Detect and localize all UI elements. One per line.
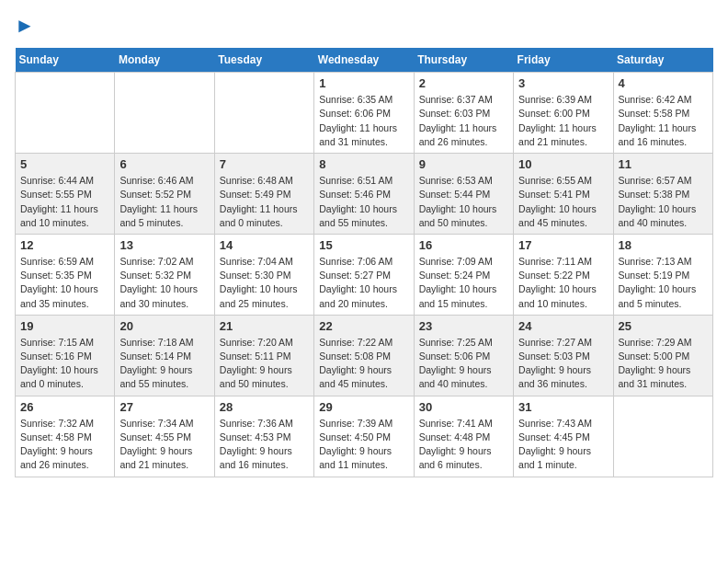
calendar-table: SundayMondayTuesdayWednesdayThursdayFrid…: [15, 48, 713, 477]
calendar-cell: [214, 73, 313, 154]
calendar-cell: 16Sunrise: 7:09 AM Sunset: 5:24 PM Dayli…: [414, 234, 513, 315]
calendar-cell: 27Sunrise: 7:34 AM Sunset: 4:55 PM Dayli…: [115, 396, 214, 477]
day-number: 1: [319, 76, 408, 90]
calendar-cell: 29Sunrise: 7:39 AM Sunset: 4:50 PM Dayli…: [314, 396, 414, 477]
day-number: 3: [518, 76, 608, 90]
calendar-cell: 22Sunrise: 7:22 AM Sunset: 5:08 PM Dayli…: [314, 315, 414, 396]
day-number: 5: [20, 157, 109, 171]
day-info: Sunrise: 6:37 AM Sunset: 6:03 PM Dayligh…: [419, 93, 508, 149]
calendar-cell: 26Sunrise: 7:32 AM Sunset: 4:58 PM Dayli…: [16, 396, 115, 477]
day-number: 21: [220, 319, 309, 333]
day-info: Sunrise: 7:41 AM Sunset: 4:48 PM Dayligh…: [419, 417, 508, 473]
day-number: 28: [220, 400, 309, 414]
day-info: Sunrise: 7:39 AM Sunset: 4:50 PM Dayligh…: [319, 417, 408, 473]
calendar-cell: 18Sunrise: 7:13 AM Sunset: 5:19 PM Dayli…: [613, 234, 712, 315]
day-info: Sunrise: 7:43 AM Sunset: 4:45 PM Dayligh…: [518, 417, 608, 473]
calendar-cell: [115, 73, 214, 154]
day-info: Sunrise: 7:27 AM Sunset: 5:03 PM Dayligh…: [518, 336, 608, 392]
day-number: 10: [518, 157, 608, 171]
day-info: Sunrise: 7:11 AM Sunset: 5:22 PM Dayligh…: [518, 255, 608, 311]
day-info: Sunrise: 7:34 AM Sunset: 4:55 PM Dayligh…: [119, 417, 209, 473]
day-info: Sunrise: 6:57 AM Sunset: 5:38 PM Dayligh…: [619, 174, 708, 230]
calendar-header-row: SundayMondayTuesdayWednesdayThursdayFrid…: [16, 48, 713, 73]
day-info: Sunrise: 7:25 AM Sunset: 5:06 PM Dayligh…: [419, 336, 508, 392]
calendar-cell: 30Sunrise: 7:41 AM Sunset: 4:48 PM Dayli…: [414, 396, 513, 477]
day-info: Sunrise: 6:59 AM Sunset: 5:35 PM Dayligh…: [20, 255, 109, 311]
day-number: 25: [619, 319, 708, 333]
day-info: Sunrise: 7:18 AM Sunset: 5:14 PM Dayligh…: [119, 336, 209, 392]
day-info: Sunrise: 7:36 AM Sunset: 4:53 PM Dayligh…: [220, 417, 309, 473]
day-info: Sunrise: 7:04 AM Sunset: 5:30 PM Dayligh…: [220, 255, 309, 311]
day-info: Sunrise: 7:02 AM Sunset: 5:32 PM Dayligh…: [119, 255, 209, 311]
calendar-cell: 6Sunrise: 6:46 AM Sunset: 5:52 PM Daylig…: [115, 154, 214, 235]
day-number: 22: [319, 319, 408, 333]
day-number: 6: [119, 157, 209, 171]
day-info: Sunrise: 6:51 AM Sunset: 5:46 PM Dayligh…: [319, 174, 408, 230]
calendar-cell: 24Sunrise: 7:27 AM Sunset: 5:03 PM Dayli…: [514, 315, 613, 396]
day-number: 2: [419, 76, 508, 90]
calendar-cell: 3Sunrise: 6:39 AM Sunset: 6:00 PM Daylig…: [514, 73, 613, 154]
calendar-cell: 10Sunrise: 6:55 AM Sunset: 5:41 PM Dayli…: [514, 154, 613, 235]
calendar-cell: 31Sunrise: 7:43 AM Sunset: 4:45 PM Dayli…: [514, 396, 613, 477]
logo: ►: [15, 15, 35, 37]
header-tuesday: Tuesday: [214, 48, 313, 73]
day-info: Sunrise: 7:13 AM Sunset: 5:19 PM Dayligh…: [619, 255, 708, 311]
day-number: 30: [419, 400, 508, 414]
day-number: 14: [220, 238, 309, 252]
day-number: 18: [619, 238, 708, 252]
day-number: 15: [319, 238, 408, 252]
calendar-cell: 8Sunrise: 6:51 AM Sunset: 5:46 PM Daylig…: [314, 154, 414, 235]
calendar-cell: 21Sunrise: 7:20 AM Sunset: 5:11 PM Dayli…: [214, 315, 313, 396]
calendar-cell: 25Sunrise: 7:29 AM Sunset: 5:00 PM Dayli…: [613, 315, 712, 396]
calendar-cell: 5Sunrise: 6:44 AM Sunset: 5:55 PM Daylig…: [16, 154, 115, 235]
day-info: Sunrise: 7:15 AM Sunset: 5:16 PM Dayligh…: [20, 336, 109, 392]
calendar-cell: [613, 396, 712, 477]
day-info: Sunrise: 7:20 AM Sunset: 5:11 PM Dayligh…: [220, 336, 309, 392]
day-number: 4: [619, 76, 708, 90]
day-number: 26: [20, 400, 109, 414]
calendar-cell: 12Sunrise: 6:59 AM Sunset: 5:35 PM Dayli…: [16, 234, 115, 315]
calendar-cell: [16, 73, 115, 154]
page-header: ►: [15, 15, 713, 37]
calendar-week-3: 12Sunrise: 6:59 AM Sunset: 5:35 PM Dayli…: [16, 234, 713, 315]
day-number: 13: [119, 238, 209, 252]
day-info: Sunrise: 7:29 AM Sunset: 5:00 PM Dayligh…: [619, 336, 708, 392]
day-number: 27: [119, 400, 209, 414]
calendar-cell: 2Sunrise: 6:37 AM Sunset: 6:03 PM Daylig…: [414, 73, 513, 154]
day-number: 9: [419, 157, 508, 171]
calendar-cell: 9Sunrise: 6:53 AM Sunset: 5:44 PM Daylig…: [414, 154, 513, 235]
day-number: 31: [518, 400, 608, 414]
day-info: Sunrise: 7:32 AM Sunset: 4:58 PM Dayligh…: [20, 417, 109, 473]
day-info: Sunrise: 6:46 AM Sunset: 5:52 PM Dayligh…: [119, 174, 209, 230]
day-number: 20: [119, 319, 209, 333]
day-number: 19: [20, 319, 109, 333]
day-number: 16: [419, 238, 508, 252]
header-monday: Monday: [115, 48, 214, 73]
header-friday: Friday: [514, 48, 613, 73]
calendar-cell: 19Sunrise: 7:15 AM Sunset: 5:16 PM Dayli…: [16, 315, 115, 396]
calendar-cell: 11Sunrise: 6:57 AM Sunset: 5:38 PM Dayli…: [613, 154, 712, 235]
day-info: Sunrise: 7:09 AM Sunset: 5:24 PM Dayligh…: [419, 255, 508, 311]
day-info: Sunrise: 6:48 AM Sunset: 5:49 PM Dayligh…: [220, 174, 309, 230]
calendar-cell: 23Sunrise: 7:25 AM Sunset: 5:06 PM Dayli…: [414, 315, 513, 396]
calendar-week-5: 26Sunrise: 7:32 AM Sunset: 4:58 PM Dayli…: [16, 396, 713, 477]
day-info: Sunrise: 7:22 AM Sunset: 5:08 PM Dayligh…: [319, 336, 408, 392]
day-number: 8: [319, 157, 408, 171]
calendar-week-1: 1Sunrise: 6:35 AM Sunset: 6:06 PM Daylig…: [16, 73, 713, 154]
day-info: Sunrise: 6:35 AM Sunset: 6:06 PM Dayligh…: [319, 93, 408, 149]
day-number: 11: [619, 157, 708, 171]
header-sunday: Sunday: [16, 48, 115, 73]
header-thursday: Thursday: [414, 48, 513, 73]
calendar-cell: 1Sunrise: 6:35 AM Sunset: 6:06 PM Daylig…: [314, 73, 414, 154]
calendar-cell: 7Sunrise: 6:48 AM Sunset: 5:49 PM Daylig…: [214, 154, 313, 235]
day-number: 7: [220, 157, 309, 171]
calendar-week-2: 5Sunrise: 6:44 AM Sunset: 5:55 PM Daylig…: [16, 154, 713, 235]
calendar-week-4: 19Sunrise: 7:15 AM Sunset: 5:16 PM Dayli…: [16, 315, 713, 396]
calendar-cell: 15Sunrise: 7:06 AM Sunset: 5:27 PM Dayli…: [314, 234, 414, 315]
calendar-cell: 17Sunrise: 7:11 AM Sunset: 5:22 PM Dayli…: [514, 234, 613, 315]
header-saturday: Saturday: [613, 48, 712, 73]
day-number: 23: [419, 319, 508, 333]
calendar-cell: 20Sunrise: 7:18 AM Sunset: 5:14 PM Dayli…: [115, 315, 214, 396]
day-number: 29: [319, 400, 408, 414]
calendar-cell: 4Sunrise: 6:42 AM Sunset: 5:58 PM Daylig…: [613, 73, 712, 154]
